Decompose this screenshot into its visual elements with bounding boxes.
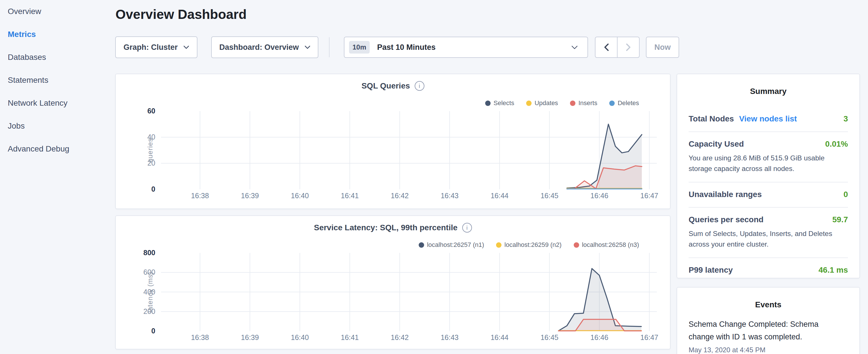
- previous-timespan-button[interactable]: [595, 37, 618, 57]
- chevron-down-icon: [183, 45, 189, 49]
- legend-item[interactable]: Selects: [485, 99, 514, 107]
- sidebar-nav: Overview Metrics Databases Statements Ne…: [0, 0, 115, 354]
- legend-item[interactable]: localhost:26259 (n2): [496, 241, 561, 249]
- y-axis-tick: 800: [134, 249, 155, 257]
- stat-label: Capacity Used: [689, 139, 744, 149]
- y-axis-tick: 400: [134, 288, 155, 296]
- y-axis-tick: 0: [134, 327, 155, 335]
- stat-description: You are using 28.6 MiB of 515.9 GiB usab…: [689, 153, 848, 174]
- x-axis-tick: 16:38: [183, 192, 217, 200]
- stat-label: Unavailable ranges: [689, 190, 762, 199]
- legend-dot-icon: [419, 242, 424, 248]
- legend-label: Inserts: [578, 99, 597, 107]
- chart-plot-area: queries 0204060 16:3816:3916:4016:4116:4…: [161, 111, 657, 189]
- legend-item[interactable]: Deletes: [609, 99, 639, 107]
- x-axis-tick: 16:45: [532, 333, 566, 342]
- legend-label: Selects: [493, 99, 514, 107]
- summary-unavailable-ranges: Unavailable ranges 0: [689, 183, 848, 207]
- y-axis-tick: 20: [134, 159, 155, 167]
- legend-item[interactable]: localhost:26257 (n1): [419, 241, 484, 249]
- events-panel: Events Schema Change Completed: Schema c…: [677, 287, 860, 354]
- stat-value: 3: [843, 114, 848, 123]
- info-icon[interactable]: i: [415, 81, 425, 91]
- stat-value: 0.01%: [825, 139, 848, 149]
- service-latency-chart-card: Service Latency: SQL, 99th percentile i …: [115, 215, 671, 349]
- y-axis-tick: 40: [134, 133, 155, 141]
- time-range-selector[interactable]: 10m Past 10 Minutes: [344, 37, 588, 58]
- summary-queries-per-second: Queries per second 59.7 Sum of Selects, …: [689, 207, 848, 258]
- summary-total-nodes: Total Nodes View nodes list 3: [689, 107, 848, 132]
- stat-description: Sum of Selects, Updates, Inserts, and De…: [689, 228, 848, 250]
- dashboard-dropdown-label: Dashboard: Overview: [219, 43, 299, 52]
- stat-label: P99 latency: [689, 265, 733, 275]
- legend-label: Deletes: [618, 99, 639, 107]
- x-axis-tick: 16:38: [183, 333, 217, 342]
- legend-item[interactable]: Inserts: [570, 99, 597, 107]
- y-axis-tick: 0: [134, 185, 155, 193]
- legend-label: Updates: [534, 99, 558, 107]
- stat-value: 0: [843, 190, 848, 199]
- summary-title: Summary: [677, 87, 859, 96]
- chevron-down-icon: [571, 45, 578, 49]
- sidebar-item-statements[interactable]: Statements: [0, 69, 115, 92]
- chart-canvas: [161, 111, 657, 189]
- x-axis-tick: 16:44: [482, 333, 517, 342]
- y-axis-tick: 200: [134, 307, 155, 316]
- page-title: Overview Dashboard: [116, 6, 247, 22]
- sidebar-item-jobs[interactable]: Jobs: [0, 115, 115, 137]
- sidebar-item-overview[interactable]: Overview: [0, 0, 115, 23]
- legend-dot-icon: [526, 100, 532, 106]
- stat-value: 46.1 ms: [818, 265, 848, 275]
- x-axis-tick: 16:41: [333, 192, 367, 200]
- sidebar-item-network-latency[interactable]: Network Latency: [0, 92, 115, 115]
- dashboard-dropdown[interactable]: Dashboard: Overview: [211, 36, 318, 58]
- chevron-left-icon: [603, 43, 610, 52]
- legend-label: localhost:26259 (n2): [504, 241, 561, 249]
- sidebar-item-advanced-debug[interactable]: Advanced Debug: [0, 137, 115, 160]
- x-axis-tick: 16:44: [482, 192, 517, 200]
- events-title: Events: [677, 300, 859, 309]
- legend-label: localhost:26257 (n1): [427, 241, 484, 249]
- x-axis-tick: 16:46: [582, 192, 617, 200]
- stat-label: Queries per second: [689, 215, 764, 224]
- legend-dot-icon: [609, 100, 615, 106]
- y-axis-tick: 60: [134, 107, 155, 115]
- graph-scope-dropdown[interactable]: Graph: Cluster: [115, 36, 197, 58]
- controls-divider: [329, 37, 330, 57]
- view-nodes-list-link[interactable]: View nodes list: [739, 114, 797, 123]
- legend-dot-icon: [485, 100, 491, 106]
- time-range-label: Past 10 Minutes: [377, 43, 436, 52]
- overview-dashboard-page: Overview Metrics Databases Statements Ne…: [0, 0, 868, 354]
- event-timestamp: May 13, 2020 at 4:45 PM: [689, 346, 848, 354]
- next-timespan-button[interactable]: [618, 37, 639, 57]
- x-axis-tick: 16:39: [233, 192, 267, 200]
- stat-value: 59.7: [833, 215, 848, 224]
- time-range-badge: 10m: [349, 41, 370, 54]
- legend-dot-icon: [570, 100, 576, 106]
- graph-scope-dropdown-label: Graph: Cluster: [124, 43, 178, 52]
- legend-label: localhost:26258 (n3): [582, 241, 639, 249]
- x-axis-tick: 16:39: [233, 333, 267, 342]
- chart-legend: SelectsUpdatesInsertsDeletes: [485, 99, 639, 107]
- legend-item[interactable]: localhost:26258 (n3): [574, 241, 639, 249]
- legend-dot-icon: [496, 242, 501, 248]
- x-axis-tick: 16:41: [333, 333, 367, 342]
- x-axis-tick: 16:47: [632, 333, 666, 342]
- chart-title: Service Latency: SQL, 99th percentile: [314, 223, 457, 232]
- x-axis-tick: 16:42: [382, 192, 417, 200]
- summary-p99-latency: P99 latency 46.1 ms: [689, 258, 848, 283]
- info-icon[interactable]: i: [462, 223, 472, 232]
- summary-panel: Summary Total Nodes View nodes list 3 Ca…: [677, 74, 860, 279]
- x-axis-tick: 16:45: [532, 192, 566, 200]
- time-step-buttons: [595, 37, 640, 58]
- event-list-item[interactable]: Schema Change Completed: Schema change w…: [689, 318, 848, 354]
- stat-label: Total Nodes: [689, 114, 734, 123]
- y-axis-label: queries: [146, 119, 154, 182]
- sidebar-item-metrics[interactable]: Metrics: [0, 23, 115, 46]
- chart-canvas: [161, 253, 657, 331]
- legend-item[interactable]: Updates: [526, 99, 558, 107]
- x-axis-tick: 16:40: [283, 192, 317, 200]
- now-button[interactable]: Now: [646, 37, 679, 58]
- sidebar-item-databases[interactable]: Databases: [0, 46, 115, 69]
- chart-title: SQL Queries: [361, 81, 410, 91]
